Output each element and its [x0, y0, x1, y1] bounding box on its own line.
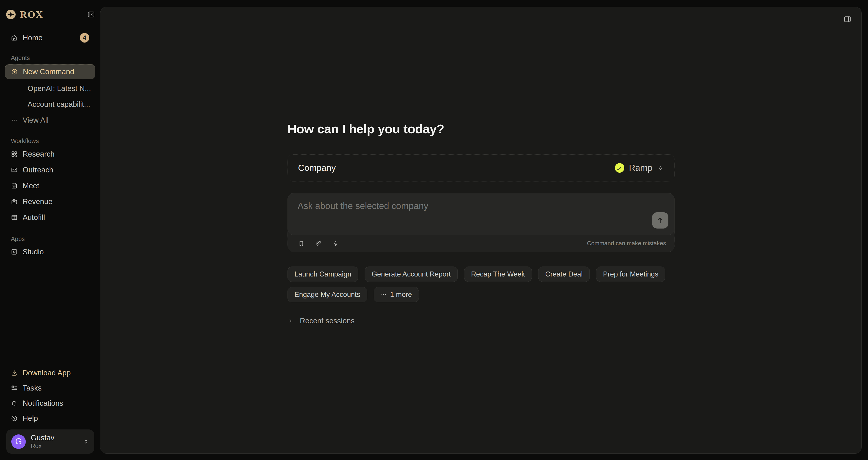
disclaimer-text: Command can make mistakes	[587, 240, 666, 247]
attach-button[interactable]	[313, 238, 324, 249]
page-title: How can I help you today?	[287, 121, 675, 137]
sidebar-item-label: Studio	[23, 248, 44, 256]
selected-company: Ramp	[629, 163, 652, 173]
sidebar-item-help[interactable]: Help	[5, 411, 95, 426]
sidebar-item-autofill[interactable]: Autofill	[5, 209, 95, 225]
command-home-content: How can I help you today? Company Ramp	[287, 7, 675, 325]
suggestion-engage-my-accounts[interactable]: Engage My Accounts	[287, 287, 367, 302]
send-button[interactable]	[652, 212, 669, 229]
code-square-icon	[11, 249, 18, 255]
sidebar-item-label: Research	[23, 150, 55, 159]
sidebar-item-agent-session[interactable]: OpenAI: Latest N...	[5, 81, 95, 96]
bookmark-icon	[298, 240, 305, 247]
sidebar-item-label: Download App	[23, 369, 71, 377]
home-icon	[11, 34, 18, 41]
grid-search-icon	[11, 151, 18, 157]
brand-name: ROX	[20, 9, 43, 20]
sidebar-item-label: Outreach	[23, 166, 53, 174]
brand-row: ROX	[6, 8, 95, 21]
suggestion-generate-account-report[interactable]: Generate Account Report	[365, 266, 458, 282]
sidebar-item-label: Notifications	[23, 399, 63, 407]
sidebar-item-label: Account capabilit...	[28, 100, 90, 109]
main-panel: How can I help you today? Company Ramp	[100, 7, 862, 454]
bell-icon	[11, 400, 18, 407]
user-org: Rox	[31, 442, 55, 450]
user-meta: Gustav Rox	[31, 434, 55, 450]
company-selector-box: Company Ramp	[287, 154, 675, 181]
sidebar-item-research[interactable]: Research	[5, 146, 95, 162]
company-label: Company	[298, 163, 336, 173]
suggestion-recap-the-week[interactable]: Recap The Week	[464, 266, 532, 282]
prompt-input[interactable]	[288, 193, 674, 235]
suggestions-row: Launch Campaign Generate Account Report …	[287, 266, 675, 282]
composer: Command can make mistakes	[287, 193, 675, 252]
suggestion-create-deal[interactable]: Create Deal	[538, 266, 590, 282]
sidebar-item-download-app[interactable]: Download App	[5, 365, 95, 380]
arrow-up-icon	[656, 216, 664, 225]
section-label-apps: Apps	[5, 235, 95, 242]
sidebar-item-label: Home	[23, 33, 42, 42]
ellipsis-icon	[11, 117, 18, 123]
sidebar: ROX Home 4 Agents New Command	[0, 0, 100, 460]
bookmark-button[interactable]	[296, 238, 307, 249]
sidebar-item-outreach[interactable]: Outreach	[5, 162, 95, 178]
suggestion-prep-for-meetings[interactable]: Prep for Meetings	[596, 266, 665, 282]
sidebar-item-home[interactable]: Home 4	[5, 32, 95, 44]
user-menu[interactable]: G Gustav Rox	[6, 429, 94, 454]
sidebar-item-label: OpenAI: Latest N...	[28, 84, 91, 93]
ramp-logo-icon	[615, 163, 624, 173]
company-picker[interactable]: Ramp	[615, 163, 664, 173]
section-label-workflows: Workflows	[5, 138, 95, 144]
open-right-panel-icon[interactable]	[843, 15, 851, 23]
suggestions-row: Engage My Accounts 1 more	[287, 287, 675, 302]
chevron-right-icon	[287, 318, 293, 324]
sidebar-item-label: Meet	[23, 181, 39, 190]
sidebar-item-notifications[interactable]: Notifications	[5, 396, 95, 411]
quick-actions-button[interactable]	[330, 238, 341, 249]
sidebar-item-label: Autofill	[23, 213, 45, 222]
sidebar-item-label: Revenue	[23, 197, 53, 206]
avatar: G	[11, 434, 26, 449]
composer-toolbar: Command can make mistakes	[288, 235, 674, 252]
sidebar-item-revenue[interactable]: Revenue	[5, 194, 95, 209]
home-notification-badge: 4	[80, 33, 89, 42]
help-circle-icon	[11, 415, 18, 422]
chevrons-up-down-icon	[83, 438, 89, 445]
sidebar-item-label: Help	[23, 414, 38, 423]
circle-plus-icon	[11, 68, 18, 75]
sidebar-item-new-command[interactable]: New Command	[5, 64, 95, 79]
sidebar-item-studio[interactable]: Studio	[5, 244, 95, 260]
sidebar-item-view-all[interactable]: View All	[5, 112, 95, 128]
more-suggestions-label: 1 more	[390, 290, 412, 299]
section-label-agents: Agents	[5, 55, 95, 61]
recent-sessions-toggle[interactable]: Recent sessions	[287, 317, 675, 325]
rox-logo-icon	[6, 9, 16, 20]
checklist-icon	[11, 385, 18, 392]
ellipsis-icon	[381, 292, 386, 297]
sidebar-item-tasks[interactable]: Tasks	[5, 380, 95, 396]
sidebar-item-agent-session[interactable]: Account capabilit...	[5, 96, 95, 112]
sidebar-footer: Download App Tasks Notifications	[0, 365, 100, 426]
user-name: Gustav	[31, 434, 55, 442]
briefcase-icon	[11, 198, 18, 205]
download-icon	[11, 370, 18, 376]
zap-icon	[332, 240, 339, 247]
recent-sessions-label: Recent sessions	[300, 317, 355, 325]
table-icon	[11, 214, 18, 221]
sidebar-item-meet[interactable]: Meet	[5, 178, 95, 194]
suggestion-launch-campaign[interactable]: Launch Campaign	[287, 266, 359, 282]
collapse-sidebar-icon[interactable]	[87, 10, 95, 19]
chevrons-up-down-icon	[657, 165, 664, 171]
more-suggestions-button[interactable]: 1 more	[374, 287, 419, 302]
sidebar-item-label: Tasks	[23, 384, 41, 392]
sidebar-item-label: New Command	[23, 67, 74, 76]
sidebar-item-label: View All	[23, 116, 49, 124]
paperclip-icon	[315, 240, 322, 247]
composer-input-box[interactable]	[287, 193, 675, 235]
calendar-icon	[11, 182, 18, 189]
mail-icon	[11, 167, 18, 173]
